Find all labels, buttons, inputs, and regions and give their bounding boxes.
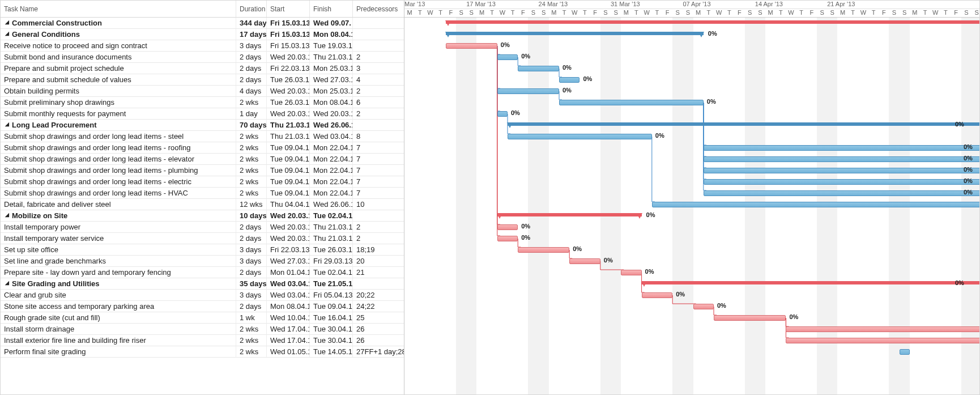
task-bar[interactable] xyxy=(569,258,600,264)
task-row[interactable]: Install storm drainage2 wksWed 17.04.1Tu… xyxy=(1,324,404,335)
task-row[interactable]: Detail, fabricate and deliver steel12 wk… xyxy=(1,199,404,210)
task-bar[interactable] xyxy=(559,100,704,105)
percent-complete-label: 0% xyxy=(964,143,973,150)
task-finish-cell: Tue 14.05.13 xyxy=(310,346,353,357)
task-bar[interactable] xyxy=(446,43,497,49)
task-bar[interactable] xyxy=(642,292,673,298)
task-name-cell: Install exterior fire line and building … xyxy=(4,336,146,345)
col-header-name[interactable]: Task Name xyxy=(1,1,236,17)
task-start-cell: Wed 20.03.1 xyxy=(267,86,310,96)
task-bar[interactable] xyxy=(518,66,559,71)
timescale-week-label: Mar '13 xyxy=(404,1,425,7)
task-row[interactable]: Rough grade site (cut and fill)1 wkWed 1… xyxy=(1,312,404,324)
task-duration-cell: 3 days xyxy=(236,256,267,266)
col-header-duration[interactable]: Duration xyxy=(236,1,267,17)
task-bar[interactable] xyxy=(497,236,518,241)
task-row[interactable]: Receive notice to proceed and sign contr… xyxy=(1,40,404,52)
task-row[interactable]: Install exterior fire line and building … xyxy=(1,335,404,346)
percent-complete-label: 0% xyxy=(789,313,798,320)
timescale-day-label: S xyxy=(961,9,972,16)
task-row[interactable]: Obtain building permits4 daysWed 20.03.1… xyxy=(1,86,404,97)
task-bar[interactable] xyxy=(693,304,714,309)
task-duration-cell: 2 wks xyxy=(236,142,267,153)
expand-toggle[interactable] xyxy=(4,20,10,26)
timescale-day-label: S xyxy=(827,9,837,16)
timescale-day-label: T xyxy=(796,9,807,16)
task-row[interactable]: Set line and grade benchmarks3 daysWed 2… xyxy=(1,256,404,267)
expand-toggle[interactable] xyxy=(4,122,10,128)
task-row[interactable]: General Conditions17 daysFri 15.03.13Mon… xyxy=(1,29,404,40)
task-bar[interactable] xyxy=(704,179,979,185)
task-name-cell: Mobilize on Site xyxy=(12,211,67,220)
task-name-cell: Submit bond and insurance documents xyxy=(4,53,131,61)
summary-bar[interactable] xyxy=(642,281,979,284)
task-row[interactable]: Clear and grub site3 daysWed 03.04.1Fri … xyxy=(1,290,404,301)
timescale-day-label: M xyxy=(404,9,415,16)
task-row[interactable]: Set up site office3 daysFri 22.03.13Tue … xyxy=(1,244,404,256)
summary-bar[interactable] xyxy=(446,32,704,35)
task-bar[interactable] xyxy=(704,190,979,196)
task-row[interactable]: Submit monthly requests for payment1 day… xyxy=(1,108,404,120)
summary-bar[interactable] xyxy=(497,213,642,216)
task-bar[interactable] xyxy=(497,88,559,94)
task-bar[interactable] xyxy=(714,315,786,321)
task-bar[interactable] xyxy=(900,349,910,355)
percent-complete-label: 0% xyxy=(964,155,973,162)
task-row[interactable]: Prepare site - lay down yard and tempora… xyxy=(1,267,404,278)
gantt-chart[interactable]: Mar '1317 Mar '1324 Mar '1331 Mar '1307 … xyxy=(404,1,979,394)
task-row[interactable]: Prepare and submit schedule of values2 d… xyxy=(1,74,404,86)
task-bar[interactable] xyxy=(786,338,979,343)
expand-toggle[interactable] xyxy=(4,213,10,219)
task-bar[interactable] xyxy=(704,145,979,151)
task-row[interactable]: Long Lead Procurement70 daysThu 21.03.13… xyxy=(1,120,404,131)
task-row[interactable]: Submit shop drawings and order long lead… xyxy=(1,154,404,165)
task-pred-cell: 10 xyxy=(353,199,404,210)
summary-bar[interactable] xyxy=(446,20,979,24)
task-finish-cell: Mon 25.03.1 xyxy=(310,63,353,74)
col-header-start[interactable]: Start xyxy=(267,1,310,17)
timescale-day-label: S xyxy=(539,9,549,16)
task-row[interactable]: Prepare and submit project schedule2 day… xyxy=(1,63,404,74)
col-header-finish[interactable]: Finish xyxy=(310,1,353,17)
task-row[interactable]: Submit shop drawings and order long lead… xyxy=(1,188,404,199)
task-row[interactable]: Stone site access and temporary parking … xyxy=(1,301,404,312)
task-grid: Task Name Duration Start Finish Predeces… xyxy=(1,1,404,394)
task-bar[interactable] xyxy=(559,77,580,83)
task-bar[interactable] xyxy=(497,54,518,60)
task-name-cell: Submit shop drawings and order long lead… xyxy=(4,177,191,186)
task-start-cell: Mon 08.04.1 xyxy=(267,301,310,312)
task-bar[interactable] xyxy=(497,111,508,117)
task-bar[interactable] xyxy=(621,270,641,275)
task-bar[interactable] xyxy=(508,134,652,139)
task-row[interactable]: Submit shop drawings and order long lead… xyxy=(1,142,404,154)
task-row[interactable]: Install temporary power2 daysWed 20.03.1… xyxy=(1,222,404,233)
task-name-cell: Install storm drainage xyxy=(4,325,74,333)
expand-toggle[interactable] xyxy=(4,32,10,37)
task-bar[interactable] xyxy=(704,156,979,162)
task-start-cell: Wed 03.04.1 xyxy=(267,278,310,289)
summary-bar[interactable] xyxy=(508,122,979,126)
task-row[interactable]: Mobilize on Site10 daysWed 20.03.1Tue 02… xyxy=(1,210,404,222)
task-row[interactable]: Submit shop drawings and order long lead… xyxy=(1,165,404,176)
task-start-cell: Wed 17.04.1 xyxy=(267,335,310,346)
task-row[interactable]: Submit shop drawings and order long lead… xyxy=(1,131,404,142)
task-bar[interactable] xyxy=(518,247,569,253)
task-row[interactable]: Submit shop drawings and order long lead… xyxy=(1,176,404,188)
task-row[interactable]: Install temporary water service2 daysWed… xyxy=(1,233,404,244)
task-row[interactable]: Site Grading and Utilities35 daysWed 03.… xyxy=(1,278,404,290)
task-bar[interactable] xyxy=(704,168,979,173)
task-bar[interactable] xyxy=(786,326,979,332)
task-finish-cell: Tue 30.04.13 xyxy=(310,324,353,334)
task-row[interactable]: Submit preliminary shop drawings2 wksTue… xyxy=(1,97,404,108)
task-finish-cell: Mon 22.04.1 xyxy=(310,188,353,198)
timescale-day-label: T xyxy=(631,9,641,16)
task-bar[interactable] xyxy=(652,202,979,207)
task-row[interactable]: Perform final site grading2 wksWed 01.05… xyxy=(1,346,404,358)
timescale-day-label: T xyxy=(487,9,497,16)
task-bar[interactable] xyxy=(497,224,518,230)
task-row[interactable]: Submit bond and insurance documents2 day… xyxy=(1,52,404,63)
task-row[interactable]: Commercial Construction344 daysFri 15.03… xyxy=(1,18,404,29)
col-header-predecessors[interactable]: Predecessors xyxy=(353,1,404,17)
task-finish-cell: Mon 22.04.1 xyxy=(310,154,353,164)
expand-toggle[interactable] xyxy=(4,281,10,287)
